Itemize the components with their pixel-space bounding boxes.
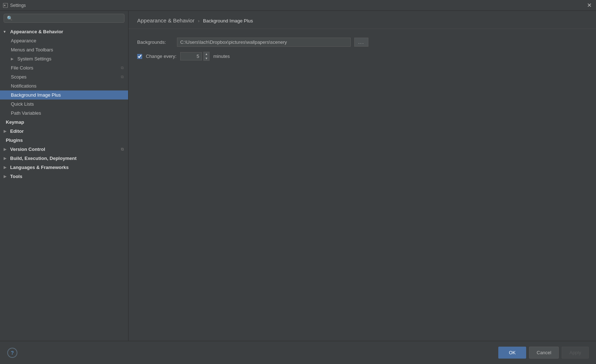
- change-every-value-input[interactable]: [180, 52, 202, 60]
- sidebar-item-label: Languages & Frameworks: [10, 165, 69, 170]
- search-input[interactable]: [15, 16, 121, 21]
- sidebar-item-label: Version Control: [10, 147, 45, 152]
- content-area: 🔍 ▾ Appearance & Behavior Appearance Men…: [0, 11, 596, 341]
- sidebar-item-label: Path Variables: [11, 110, 41, 116]
- sidebar-item-label: System Settings: [17, 56, 51, 62]
- spinner-wrapper: ▲ ▼: [180, 52, 210, 61]
- breadcrumb-separator: ›: [198, 18, 199, 24]
- sidebar-item-appearance[interactable]: Appearance: [0, 36, 128, 45]
- expand-arrow: ▶: [4, 165, 8, 169]
- sidebar-item-label: Menus and Toolbars: [11, 47, 53, 52]
- spinner-up-button[interactable]: ▲: [204, 52, 210, 56]
- expand-arrow: ▶: [4, 147, 8, 151]
- panel-header: Appearance & Behavior › Background Image…: [128, 11, 596, 29]
- main-panel: Appearance & Behavior › Background Image…: [128, 11, 596, 341]
- sidebar-item-label: Tools: [10, 174, 22, 179]
- expand-arrow: ▶: [4, 129, 8, 133]
- panel-content: Backgrounds: ... Change every: ▲ ▼: [128, 29, 596, 341]
- sidebar-item-build-execution-deployment[interactable]: ▶ Build, Execution, Deployment: [0, 154, 128, 163]
- search-box[interactable]: 🔍: [4, 14, 124, 23]
- sidebar-item-plugins[interactable]: Plugins: [0, 136, 128, 145]
- spinner-down-button[interactable]: ▼: [204, 56, 210, 61]
- minutes-label: minutes: [213, 54, 230, 59]
- close-button[interactable]: ✕: [586, 3, 593, 8]
- nav-tree: ▾ Appearance & Behavior Appearance Menus…: [0, 26, 128, 341]
- sidebar-item-menus-toolbars[interactable]: Menus and Toolbars: [0, 45, 128, 54]
- sidebar-item-label: Appearance: [11, 38, 36, 43]
- sidebar-item-label: File Colors: [11, 65, 33, 71]
- copy-icon: ⧉: [121, 75, 124, 79]
- change-every-checkbox[interactable]: [137, 54, 142, 59]
- sidebar: 🔍 ▾ Appearance & Behavior Appearance Men…: [0, 11, 128, 341]
- sidebar-item-label: Editor: [10, 128, 24, 134]
- browse-button[interactable]: ...: [354, 38, 368, 47]
- sidebar-item-file-colors[interactable]: File Colors ⧉: [0, 63, 128, 72]
- backgrounds-label: Backgrounds:: [137, 39, 173, 45]
- apply-button[interactable]: Apply: [562, 347, 589, 359]
- cancel-button[interactable]: Cancel: [529, 347, 559, 359]
- search-icon: 🔍: [7, 16, 13, 21]
- expand-arrow: ▾: [4, 30, 8, 34]
- spinner-arrows: ▲ ▼: [203, 52, 210, 61]
- bottom-bar: ? OK Cancel Apply: [0, 341, 596, 364]
- sidebar-item-label: Appearance & Behavior: [10, 29, 63, 34]
- ok-button[interactable]: OK: [498, 347, 526, 359]
- title-bar-left: Settings: [3, 3, 26, 8]
- sidebar-item-label: Keymap: [6, 119, 24, 125]
- sidebar-item-label: Scopes: [11, 74, 26, 80]
- action-buttons: OK Cancel Apply: [498, 347, 589, 359]
- sidebar-item-label: Build, Execution, Deployment: [10, 156, 76, 161]
- title-bar: Settings ✕: [0, 0, 596, 11]
- sidebar-item-label: Plugins: [6, 137, 23, 143]
- copy-icon: ⧉: [121, 147, 124, 152]
- sidebar-item-version-control[interactable]: ▶ Version Control ⧉: [0, 145, 128, 154]
- breadcrumb-parent: Appearance & Behavior: [137, 17, 194, 24]
- help-button[interactable]: ?: [7, 348, 17, 358]
- sidebar-item-editor[interactable]: ▶ Editor: [0, 127, 128, 136]
- change-every-checkbox-row: Change every:: [137, 54, 177, 59]
- backgrounds-row: Backgrounds: ...: [137, 38, 587, 47]
- sidebar-item-path-variables[interactable]: Path Variables: [0, 109, 128, 118]
- expand-arrow: ▶: [4, 156, 8, 160]
- sidebar-item-background-image-plus[interactable]: Background Image Plus: [0, 90, 128, 100]
- sidebar-item-system-settings[interactable]: ▶ System Settings: [0, 54, 128, 63]
- app-icon: [3, 3, 8, 8]
- backgrounds-path-input[interactable]: [177, 38, 351, 47]
- sidebar-item-scopes[interactable]: Scopes ⧉: [0, 72, 128, 81]
- change-every-label: Change every:: [146, 54, 177, 59]
- sidebar-item-label: Notifications: [11, 83, 37, 89]
- main-layout: 🔍 ▾ Appearance & Behavior Appearance Men…: [0, 11, 596, 364]
- sidebar-item-appearance-behavior[interactable]: ▾ Appearance & Behavior: [0, 27, 128, 36]
- sidebar-item-notifications[interactable]: Notifications: [0, 81, 128, 90]
- sidebar-item-tools[interactable]: ▶ Tools: [0, 172, 128, 181]
- svg-rect-1: [4, 5, 5, 6]
- sidebar-item-quick-lists[interactable]: Quick Lists: [0, 100, 128, 109]
- sidebar-item-languages-frameworks[interactable]: ▶ Languages & Frameworks: [0, 163, 128, 172]
- change-every-row: Change every: ▲ ▼ minutes: [137, 52, 587, 61]
- sidebar-item-label: Quick Lists: [11, 101, 34, 107]
- expand-arrow: ▶: [4, 174, 8, 178]
- expand-arrow: ▶: [11, 57, 15, 61]
- sidebar-item-label: Background Image Plus: [11, 92, 61, 98]
- window-title: Settings: [10, 3, 26, 8]
- copy-icon: ⧉: [121, 65, 124, 70]
- breadcrumb-current: Background Image Plus: [203, 18, 253, 24]
- sidebar-item-keymap[interactable]: Keymap: [0, 118, 128, 127]
